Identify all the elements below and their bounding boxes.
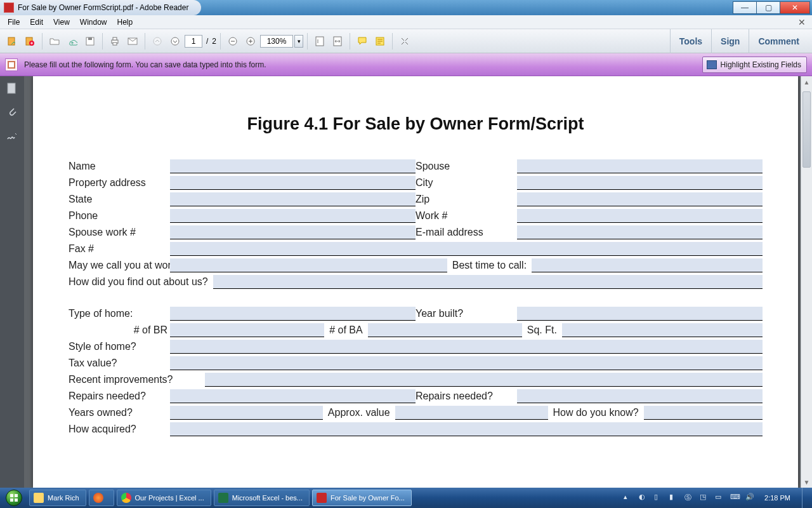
windows-logo-icon [6, 490, 22, 506]
field-phone[interactable] [170, 209, 416, 223]
comment-bubble-icon[interactable] [354, 33, 370, 50]
thumbnails-icon[interactable] [5, 81, 19, 95]
page-down-icon[interactable] [167, 33, 183, 50]
field-style[interactable] [170, 340, 763, 354]
attachments-icon[interactable] [5, 105, 19, 119]
page-number-input[interactable] [185, 35, 202, 48]
print-icon[interactable] [107, 33, 123, 50]
zoom-in-icon[interactable] [242, 33, 259, 50]
minimize-button[interactable]: — [733, 1, 757, 14]
signatures-icon[interactable] [5, 130, 19, 144]
tray-volume-icon[interactable]: 🔊 [745, 493, 756, 503]
tray-battery-icon[interactable]: ▭ [715, 493, 725, 503]
field-fax[interactable] [170, 242, 763, 256]
scrollbar-thumb[interactable] [802, 91, 811, 168]
field-name[interactable] [170, 159, 416, 173]
tray-app-icon[interactable]: ◐ [639, 493, 649, 503]
comment-panel-button[interactable]: Comment [749, 29, 808, 53]
page-title: Figure 4.1 For Sale by Owner Form/Script [69, 114, 763, 134]
highlight-fields-button[interactable]: Highlight Existing Fields [702, 57, 807, 73]
close-button[interactable]: ✕ [780, 1, 810, 14]
taskbar-item-firefox[interactable] [89, 490, 114, 506]
toolbar-sep [42, 33, 43, 50]
highlight-text-icon[interactable] [372, 33, 388, 50]
menu-window[interactable]: Window [75, 17, 112, 28]
field-how-acq[interactable] [170, 422, 763, 436]
field-property-address[interactable] [170, 176, 416, 190]
tray-notification-icon[interactable]: ◳ [700, 493, 710, 503]
start-button[interactable] [0, 488, 28, 508]
create-pdf-icon[interactable] [22, 33, 38, 50]
label-property-address: Property address [69, 176, 170, 190]
zoom-dropdown[interactable]: ▾ [294, 35, 303, 48]
label-year-built: Year built? [416, 307, 517, 321]
label-approx-val: Approx. value [323, 406, 395, 420]
field-spouse[interactable] [517, 159, 763, 173]
label-phone: Phone [69, 209, 170, 223]
field-num-ba[interactable] [368, 323, 522, 337]
menu-edit[interactable]: Edit [25, 17, 48, 28]
field-years-owned[interactable] [170, 406, 323, 420]
zoom-out-icon[interactable] [225, 33, 241, 50]
tray-clock[interactable]: 2:18 PM [761, 494, 794, 502]
zoom-input[interactable] [260, 35, 293, 48]
field-approx-val[interactable] [395, 406, 548, 420]
field-work[interactable] [517, 209, 763, 223]
field-city[interactable] [517, 176, 763, 190]
vertical-scrollbar[interactable]: ▲ ▼ [801, 76, 812, 488]
sign-panel-button[interactable]: Sign [711, 29, 749, 53]
field-repairs[interactable] [170, 389, 416, 403]
spacer [69, 291, 763, 304]
tools-panel-button[interactable]: Tools [670, 29, 711, 53]
tray-keyboard-icon[interactable]: ⌨ [730, 493, 740, 503]
window-title: For Sale by Owner FormScript.pdf - Adobe… [18, 3, 188, 12]
menu-file[interactable]: File [3, 17, 25, 28]
field-num-br[interactable] [170, 323, 324, 337]
field-tax[interactable] [170, 356, 763, 370]
taskbar-item-excel[interactable]: Microsoft Excel - bes... [214, 490, 310, 506]
tray-network-icon[interactable]: ▯ [654, 493, 664, 503]
label-email: E-mail address [416, 225, 517, 239]
field-email[interactable] [517, 225, 763, 239]
label-type-home: Type of home: [69, 307, 170, 321]
taskbar-item-reader[interactable]: For Sale by Owner Fo... [312, 490, 412, 506]
field-how-know[interactable] [644, 406, 763, 420]
page-up-icon[interactable] [149, 33, 166, 50]
open-icon[interactable] [46, 33, 63, 50]
taskbar-label: Microsoft Excel - bes... [232, 494, 303, 502]
document-viewport[interactable]: Figure 4.1 For Sale by Owner Form/Script… [24, 76, 801, 488]
taskbar-item-explorer[interactable]: Mark Rich [29, 490, 86, 506]
field-may-call[interactable] [170, 258, 447, 272]
field-type-home[interactable] [170, 307, 416, 321]
field-state[interactable] [170, 192, 416, 206]
tray-skype-icon[interactable]: Ⓢ [684, 493, 695, 503]
field-repairs2[interactable] [517, 389, 763, 403]
taskbar-item-chrome[interactable]: Our Projects | Excel ... [117, 490, 211, 506]
field-year-built[interactable] [517, 307, 763, 321]
fit-page-icon[interactable] [311, 33, 328, 50]
maximize-button[interactable]: ▢ [756, 1, 780, 14]
field-found-us[interactable] [213, 275, 763, 289]
cloud-icon[interactable] [64, 33, 81, 50]
label-fax: Fax # [69, 242, 170, 256]
show-desktop-button[interactable] [802, 488, 808, 508]
field-sqft[interactable] [562, 323, 763, 337]
menu-help[interactable]: Help [112, 17, 138, 28]
field-zip[interactable] [517, 192, 763, 206]
document-close-button[interactable]: ✕ [794, 17, 809, 27]
field-best-time[interactable] [532, 258, 763, 272]
menu-view[interactable]: View [48, 17, 75, 28]
tray-chevron-icon[interactable]: ▴ [624, 493, 634, 503]
save-icon[interactable] [82, 33, 98, 50]
email-icon[interactable] [124, 33, 141, 50]
fit-width-icon[interactable] [329, 33, 346, 50]
scroll-up-icon[interactable]: ▲ [801, 76, 812, 88]
field-recent-imp[interactable] [205, 373, 763, 387]
field-spouse-work[interactable] [170, 225, 416, 239]
read-mode-icon[interactable] [396, 33, 413, 50]
tray-signal-icon[interactable]: ▮ [669, 493, 679, 503]
form-message-bar: Please fill out the following form. You … [0, 53, 812, 76]
svg-rect-6 [113, 37, 117, 40]
export-pdf-icon[interactable] [4, 33, 20, 50]
scroll-down-icon[interactable]: ▼ [801, 476, 812, 488]
